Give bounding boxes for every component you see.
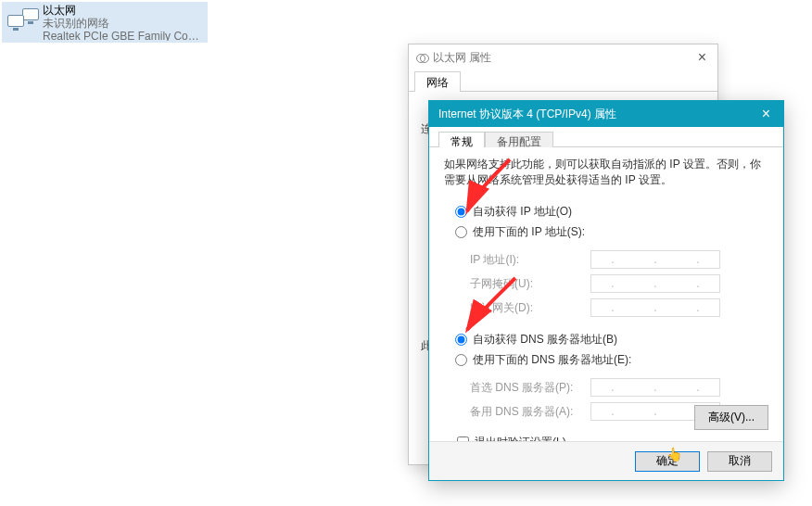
input-gateway[interactable]: ... — [590, 298, 720, 317]
ipv4-description: 如果网络支持此功能，则可以获取自动指派的 IP 设置。否则，你需要从网络系统管理… — [444, 157, 768, 188]
radio-manual-dns-label: 使用下面的 DNS 服务器地址(E): — [473, 352, 631, 368]
radio-manual-ip-label: 使用下面的 IP 地址(S): — [473, 224, 585, 240]
ip-radio-group: 自动获得 IP 地址(O) 使用下面的 IP 地址(S): — [455, 201, 768, 242]
label-dns1: 首选 DNS 服务器(P): — [470, 380, 590, 396]
radio-auto-ip-input[interactable] — [455, 206, 467, 218]
radio-manual-dns-input[interactable] — [455, 354, 467, 366]
label-gateway: 默认网关(D): — [470, 300, 590, 316]
ethernet-tabs: 网络 — [409, 70, 717, 92]
advanced-button[interactable]: 高级(V)... — [694, 405, 768, 430]
label-mask: 子网掩码(U): — [470, 276, 590, 292]
radio-auto-dns-input[interactable] — [455, 334, 467, 346]
close-button[interactable]: × — [694, 49, 710, 66]
dns-radio-group: 自动获得 DNS 服务器地址(B) 使用下面的 DNS 服务器地址(E): — [455, 329, 768, 370]
cancel-button[interactable]: 取消 — [707, 451, 772, 472]
tab-general[interactable]: 常规 — [438, 132, 485, 147]
label-ip: IP 地址(I): — [470, 252, 590, 268]
ipv4-properties-window: Internet 协议版本 4 (TCP/IPv4) 属性 × 常规 备用配置 … — [428, 100, 784, 481]
cursor-icon: 👆 — [666, 447, 682, 462]
close-button[interactable]: × — [758, 106, 774, 122]
label-dns2: 备用 DNS 服务器(A): — [470, 404, 590, 420]
network-adapter-item[interactable]: 以太网 未识别的网络 Realtek PCIe GBE Family Contr… — [2, 2, 208, 43]
radio-manual-ip-input[interactable] — [455, 226, 467, 238]
adapter-text: 以太网 未识别的网络 Realtek PCIe GBE Family Contr… — [43, 4, 204, 41]
ipv4-title: Internet 协议版本 4 (TCP/IPv4) 属性 — [438, 107, 616, 122]
input-mask[interactable]: ... — [590, 274, 720, 293]
radio-auto-ip[interactable]: 自动获得 IP 地址(O) — [455, 201, 768, 221]
tab-alternate[interactable]: 备用配置 — [485, 132, 553, 147]
radio-auto-dns-label: 自动获得 DNS 服务器地址(B) — [473, 332, 617, 348]
network-adapter-icon — [6, 4, 43, 41]
adapter-device: Realtek PCIe GBE Family Contr... — [43, 30, 204, 41]
radio-auto-ip-label: 自动获得 IP 地址(O) — [473, 204, 572, 220]
adapter-name: 以太网 — [43, 4, 204, 17]
button-bar: 确定 👆 取消 — [429, 441, 783, 480]
radio-manual-dns[interactable]: 使用下面的 DNS 服务器地址(E): — [455, 349, 768, 370]
input-ip[interactable]: ... — [590, 250, 720, 269]
tab-network[interactable]: 网络 — [414, 71, 461, 92]
ok-button[interactable]: 确定 👆 — [635, 451, 700, 472]
input-dns1[interactable]: ... — [590, 378, 720, 397]
adapter-status: 未识别的网络 — [43, 17, 204, 30]
ethernet-title: 以太网 属性 — [433, 50, 491, 66]
ip-fields: IP 地址(I): ... 子网掩码(U): ... 默认网关(D): ... — [470, 247, 768, 320]
radio-auto-dns[interactable]: 自动获得 DNS 服务器地址(B) — [455, 329, 768, 349]
radio-manual-ip[interactable]: 使用下面的 IP 地址(S): — [455, 221, 768, 242]
link-icon — [416, 51, 429, 64]
cancel-button-label: 取消 — [729, 453, 751, 469]
ipv4-tabs: 常规 备用配置 — [429, 127, 783, 147]
ipv4-titlebar[interactable]: Internet 协议版本 4 (TCP/IPv4) 属性 × — [429, 101, 783, 127]
ethernet-titlebar[interactable]: 以太网 属性 × — [409, 44, 717, 70]
